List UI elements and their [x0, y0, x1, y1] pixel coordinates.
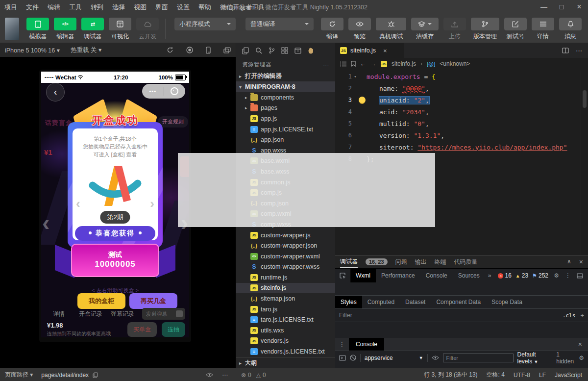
debugger-toggle[interactable]: ⇄ 调试器: [81, 18, 104, 41]
back-button[interactable]: ‹: [46, 83, 65, 102]
error-count[interactable]: 16: [505, 272, 511, 279]
explorer-more-button[interactable]: ...: [323, 61, 329, 67]
menu-item[interactable]: 文件: [22, 0, 43, 15]
breadcrumb-file[interactable]: siteinfo.js: [392, 60, 416, 67]
file-row[interactable]: custom-wrapper.json: [236, 240, 335, 251]
file-row[interactable]: vendors.js.LICENSE.txt: [236, 346, 335, 357]
warning-count[interactable]: 23: [522, 272, 528, 279]
console-settings-icon[interactable]: ⚙: [579, 355, 584, 361]
open-editors-section[interactable]: ▸ 打开的编辑器: [236, 71, 335, 81]
indentation[interactable]: 空格: 4: [487, 371, 505, 379]
devtools-tab[interactable]: Console: [420, 269, 453, 282]
buy-single-button[interactable]: 买单盒: [127, 322, 157, 337]
menu-item[interactable]: 视图: [129, 0, 151, 15]
panel-tab[interactable]: 输出: [415, 258, 427, 266]
file-row[interactable]: utils.wxs: [236, 325, 335, 336]
close-button[interactable]: ×: [570, 0, 588, 15]
tab-debugger[interactable]: 调试器: [340, 255, 358, 268]
file-row[interactable]: app.wxss: [236, 145, 335, 156]
menu-item[interactable]: 设置: [172, 0, 194, 15]
record-icon[interactable]: [186, 47, 193, 53]
styles-filter-input[interactable]: Filter: [339, 312, 352, 319]
open-log-link[interactable]: 开盒记录: [79, 310, 102, 318]
file-row[interactable]: app.js: [236, 113, 335, 124]
styles-tab[interactable]: Component Data: [431, 296, 486, 308]
file-row[interactable]: ▸ components: [236, 92, 335, 103]
eye-icon[interactable]: [432, 356, 439, 360]
console-sidebar-icon[interactable]: [339, 355, 346, 361]
editor-scrollbar[interactable]: [581, 71, 588, 255]
console-drawer-tab[interactable]: Console: [349, 338, 384, 351]
file-row[interactable]: comp.wxss: [236, 219, 335, 230]
file-row[interactable]: taro.js.LICENSE.txt: [236, 314, 335, 325]
files-icon[interactable]: [242, 47, 249, 54]
log-levels-select[interactable]: Default levels ▼: [517, 351, 548, 365]
close-drawer-icon[interactable]: ×: [578, 340, 588, 348]
search-icon[interactable]: [255, 47, 262, 54]
test-account-button[interactable]: 测试号: [504, 18, 527, 41]
file-row[interactable]: sitemap.json: [236, 293, 335, 304]
simulator-toggle[interactable]: 模拟器: [26, 18, 49, 41]
details-button[interactable]: 详情: [532, 18, 554, 41]
devtools-tab[interactable]: Performance: [376, 269, 420, 282]
settings-gear-icon[interactable]: ⚙: [554, 272, 559, 279]
menu-item[interactable]: 转到: [86, 0, 108, 15]
more-options-button[interactable]: •••: [142, 88, 164, 94]
page-path-value[interactable]: pages/detail/index: [41, 372, 89, 379]
cursor-position[interactable]: 行 3, 列 18 (选中 13): [424, 371, 477, 379]
carousel-prev[interactable]: ‹: [76, 196, 80, 211]
close-tab-icon[interactable]: ×: [383, 47, 387, 54]
close-miniprogram-button[interactable]: [164, 87, 186, 95]
file-row[interactable]: vendors.js: [236, 336, 335, 347]
devtools-tab[interactable]: Sources: [453, 269, 485, 282]
version-control-button[interactable]: 版本管理: [471, 18, 499, 41]
tab-siteinfo-js[interactable]: JS siteinfo.js ×: [335, 43, 404, 58]
eol-type[interactable]: LF: [539, 372, 546, 379]
file-row[interactable]: base.wxml: [236, 156, 335, 167]
compile-mode-select[interactable]: 普通编译: [245, 18, 314, 30]
outline-section[interactable]: ▸ 大纲: [236, 357, 335, 368]
source-control-icon[interactable]: [269, 47, 275, 54]
device-select[interactable]: iPhone 5 100% 16 ▾: [5, 47, 60, 54]
cls-toggle[interactable]: .cls: [563, 312, 576, 319]
console-filter-input[interactable]: [443, 354, 514, 362]
styles-tab[interactable]: Computed: [362, 296, 400, 308]
file-row[interactable]: app.json: [236, 134, 335, 145]
language-mode[interactable]: JavaScript: [555, 372, 582, 379]
preview-button[interactable]: 预览: [348, 18, 371, 41]
split-editor-icon[interactable]: [562, 48, 569, 53]
multi-draw-button[interactable]: 连抽: [162, 322, 185, 337]
project-root[interactable]: ▾ MINIPROGRAM-8: [236, 81, 335, 92]
file-row[interactable]: comp.js: [236, 187, 335, 198]
devtools-tab[interactable]: Wxml: [350, 269, 376, 282]
encoding[interactable]: UTF-8: [514, 372, 530, 379]
collapse-panel-icon[interactable]: ∧: [567, 258, 571, 266]
bookmark-icon[interactable]: [351, 61, 356, 67]
menu-item[interactable]: 选择: [108, 0, 129, 15]
menu-item[interactable]: 项目: [0, 0, 22, 15]
kebab-menu-icon[interactable]: ⋮: [565, 272, 571, 279]
danmu-log-link[interactable]: 弹幕记录: [111, 310, 134, 318]
file-row[interactable]: app.js.LICENSE.txt: [236, 124, 335, 135]
visual-toggle[interactable]: 可视化: [109, 18, 131, 41]
context-select[interactable]: appservice▼: [365, 355, 423, 361]
clear-cache-button[interactable]: 清缓存: [411, 18, 439, 41]
hand-tool-icon[interactable]: [308, 47, 314, 54]
editor-toggle[interactable]: </> 编辑器: [54, 18, 76, 41]
file-row[interactable]: base.wxss: [236, 166, 335, 177]
multi-window-icon[interactable]: [223, 47, 231, 53]
mode-select[interactable]: 小程序模式: [174, 18, 236, 30]
menu-item[interactable]: 微信开发者工具: [216, 0, 269, 15]
device-frame-icon[interactable]: [206, 47, 211, 54]
page-arrow-left[interactable]: ‹: [42, 209, 49, 236]
nav-back-icon[interactable]: ←: [360, 60, 366, 67]
extensions-icon[interactable]: [281, 47, 288, 54]
page-arrow-right[interactable]: ›: [181, 209, 188, 236]
errors-count[interactable]: 0: [248, 372, 251, 379]
menu-item[interactable]: 界面: [151, 0, 172, 15]
more-options-icon[interactable]: ⋯: [222, 372, 228, 379]
real-device-debug-button[interactable]: 真机调试: [376, 18, 406, 41]
file-row[interactable]: siteinfo.js: [236, 283, 335, 294]
file-row[interactable]: common.js: [236, 177, 335, 188]
more-actions-icon[interactable]: ⋯: [576, 47, 582, 54]
